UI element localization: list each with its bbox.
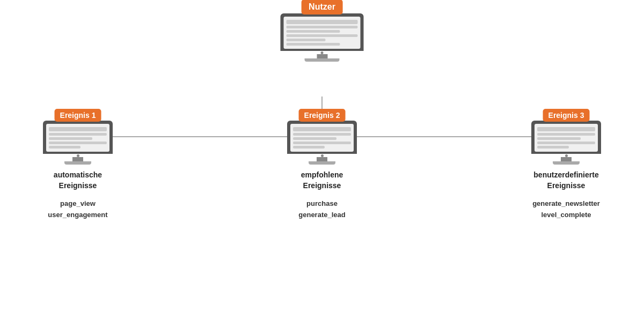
monitor-base-top [561,157,572,161]
right-caption-code: generate_newsletterlevel_complete [532,198,600,221]
screen-outer-top [281,13,364,51]
left-caption-main: automatischeEreignisse [48,170,107,191]
right-caption-main: benutzerdefinierteEreignisse [532,170,600,191]
mid-label: Ereignis 2 [299,109,346,122]
node-top: Nutzer [281,13,364,62]
screen-line [293,127,351,131]
screen-line [537,137,581,140]
screen-outer-right [531,121,601,154]
left-caption-code: page_viewuser_engagement [48,198,107,221]
screen-line [293,137,336,140]
screen-line [287,39,326,41]
monitor-base-foot [553,161,580,165]
screen-line [287,20,358,24]
node-left: Ereignis 1 automatischeEreignisse page_v… [43,121,113,221]
monitor-top: Nutzer [281,13,364,62]
screen-line [287,34,358,37]
node-mid: Ereignis 2 empfohleneEreignisse purchase… [287,121,357,221]
screen-line [293,146,325,148]
screen-line [49,142,107,144]
screen-inner-top [284,17,361,49]
monitor-base-top [72,157,83,161]
top-label: Nutzer [301,0,343,14]
screen-line [49,133,107,136]
screen-outer-left [43,121,113,154]
screen-line [537,146,569,148]
screen-line [537,142,595,144]
screen-line [537,127,595,131]
monitor-mid: Ereignis 2 [287,121,357,165]
screen-line [287,26,358,28]
monitor-base-top [317,157,327,161]
monitor-base-foot [305,58,340,62]
screen-inner-right [535,124,598,152]
screen-inner-left [46,124,109,152]
screen-line [287,43,340,46]
screen-line [49,146,80,148]
screen-line [49,137,92,140]
screen-line [293,133,351,136]
left-label: Ereignis 1 [55,109,101,122]
monitor-base-foot [309,161,335,165]
screen-inner-mid [290,124,354,152]
monitor-base-foot [64,161,91,165]
screen-line [537,133,595,136]
monitor-left: Ereignis 1 [43,121,113,165]
mid-caption-code: purchasegenerate_lead [298,198,345,221]
right-caption: benutzerdefinierteEreignisse generate_ne… [532,170,600,221]
screen-line [287,30,340,33]
monitor-right: Ereignis 3 [531,121,601,165]
mid-caption-main: empfohleneEreignisse [298,170,345,191]
node-right: Ereignis 3 benutzerdefinierteEreignisse … [531,121,601,221]
diagram: Nutzer Ereignis 1 [27,8,617,319]
left-caption: automatischeEreignisse page_viewuser_eng… [48,170,107,221]
screen-outer-mid [287,121,357,154]
mid-caption: empfohleneEreignisse purchasegenerate_le… [298,170,345,221]
right-label: Ereignis 3 [543,109,590,122]
monitor-base-top [317,54,327,58]
screen-line [293,142,351,144]
screen-line [49,127,107,131]
